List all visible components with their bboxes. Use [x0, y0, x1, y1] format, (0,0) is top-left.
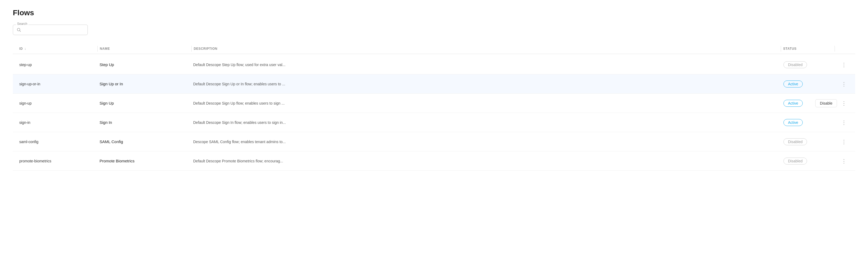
column-header-name: NAME [98, 43, 191, 54]
cell-actions [835, 75, 851, 93]
cell-name: SAML Config [97, 135, 191, 148]
sort-icon: ↓ [24, 47, 26, 51]
cell-id: saml-config [17, 135, 97, 148]
flows-table: ID ↓ NAME DESCRIPTION STATUS step-up Ste… [13, 43, 855, 171]
cell-status: Disabled [781, 57, 835, 72]
cell-id: sign-up [17, 97, 97, 110]
cell-name: Sign In [97, 116, 191, 129]
more-icon [841, 81, 846, 87]
cell-actions [835, 114, 851, 131]
table-row[interactable]: sign-up Sign Up Default Descope Sign Up … [13, 94, 855, 113]
cell-actions [835, 152, 851, 170]
column-header-actions [835, 43, 851, 54]
cell-id: sign-up-or-in [17, 78, 97, 90]
cell-name: Step Up [97, 58, 191, 71]
more-options-button[interactable] [839, 157, 849, 165]
status-badge: Active [783, 81, 803, 88]
table-row[interactable]: sign-in Sign In Default Descope Sign In … [13, 113, 855, 132]
status-badge: Disabled [783, 158, 807, 164]
more-icon [841, 62, 846, 68]
column-header-id: ID ↓ [17, 43, 97, 54]
status-badge: Disabled [783, 61, 807, 68]
table-body: step-up Step Up Default Descope Step Up … [13, 55, 855, 171]
page-title: Flows [13, 8, 855, 17]
more-options-button[interactable] [839, 118, 849, 127]
table-row[interactable]: sign-up-or-in Sign Up or In Default Desc… [13, 74, 855, 94]
column-header-description: DESCRIPTION [192, 43, 781, 54]
cell-description: Default Descope Sign Up or In flow; enab… [191, 78, 781, 90]
cell-name: Promote Biometrics [97, 154, 191, 167]
search-input[interactable] [24, 28, 84, 32]
cell-actions [835, 56, 851, 73]
cell-status: Disabled [781, 153, 835, 169]
cell-description: Default Descope Sign In flow; enables us… [191, 116, 781, 129]
cell-status: Active [781, 115, 835, 130]
cell-id: promote-biometrics [17, 155, 97, 167]
more-icon [841, 119, 846, 126]
cell-status: Active [781, 76, 835, 92]
more-options-button[interactable] [839, 99, 849, 108]
table-row[interactable]: step-up Step Up Default Descope Step Up … [13, 55, 855, 74]
column-header-status: STATUS [781, 43, 835, 54]
table-header: ID ↓ NAME DESCRIPTION STATUS [13, 43, 855, 54]
search-label: Search [16, 22, 28, 26]
svg-line-1 [20, 30, 21, 32]
cell-actions [835, 133, 851, 150]
more-options-button[interactable] [839, 138, 849, 146]
disable-button[interactable]: Disable [815, 99, 837, 107]
table-row[interactable]: promote-biometrics Promote Biometrics De… [13, 151, 855, 171]
cell-description: Default Descope Step Up flow; used for e… [191, 58, 781, 71]
cell-status: Disabled [781, 134, 835, 150]
search-container: Search [13, 25, 88, 35]
table-row[interactable]: saml-config SAML Config Descope SAML Con… [13, 132, 855, 151]
more-icon [841, 158, 846, 164]
status-badge: Active [783, 100, 803, 107]
cell-id: step-up [17, 58, 97, 71]
cell-name: Sign Up [97, 97, 191, 110]
cell-description: Default Descope Promote Biometrics flow;… [191, 155, 781, 167]
cell-name: Sign Up or In [97, 77, 191, 90]
more-options-button[interactable] [839, 80, 849, 88]
search-input-wrapper [13, 25, 88, 35]
more-icon [841, 139, 846, 145]
status-badge: Active [783, 119, 803, 126]
search-icon [17, 28, 21, 32]
cell-actions: Disable [835, 95, 851, 112]
cell-id: sign-in [17, 116, 97, 129]
cell-description: Default Descope Sign Up flow; enables us… [191, 97, 781, 110]
more-options-button[interactable] [839, 60, 849, 69]
more-icon [841, 100, 846, 106]
cell-description: Descope SAML Config flow; enables tenant… [191, 135, 781, 148]
status-badge: Disabled [783, 138, 807, 145]
